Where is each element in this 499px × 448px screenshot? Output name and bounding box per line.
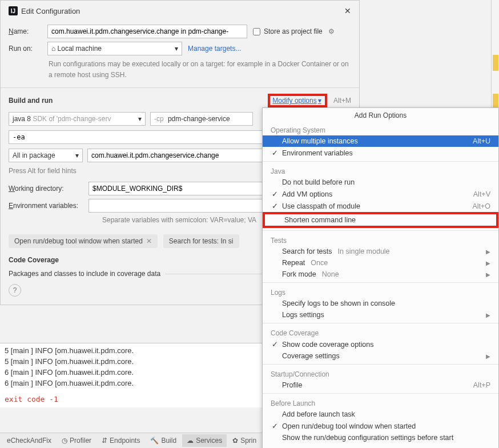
chevron-down-icon: ▾: [138, 115, 142, 123]
help-button[interactable]: ?: [9, 284, 21, 297]
runon-hint: Run configurations may be executed local…: [49, 59, 351, 81]
option-profile[interactable]: Profile Alt+P: [263, 379, 498, 391]
check-icon: ✓: [271, 149, 279, 157]
classpath-select[interactable]: -cp pdm-change-service: [150, 112, 253, 126]
option-shorten-command-line[interactable]: Shorten command line: [263, 212, 498, 228]
chevron-down-icon: ▾: [318, 97, 321, 105]
name-label: Name:: [9, 27, 42, 35]
build-and-run-title: Build and run: [9, 97, 53, 105]
working-dir-label: Working directory:: [9, 185, 83, 193]
group-os: Operating System: [263, 123, 498, 135]
gear-icon[interactable]: ⚙: [328, 27, 335, 35]
store-checkbox[interactable]: [253, 28, 260, 35]
group-java: Java: [263, 164, 498, 177]
gutter-marker: [493, 55, 498, 71]
group-before-launch: Before Launch: [263, 396, 498, 409]
intellij-icon: IJ: [9, 6, 18, 15]
chevron-down-icon: ▾: [175, 45, 178, 53]
chevron-down-icon: ▾: [75, 151, 79, 159]
chip-search-tests[interactable]: Search for tests: In si: [163, 234, 239, 248]
group-code-coverage: Code Coverage: [263, 326, 498, 338]
tab-services[interactable]: ☁Services: [182, 434, 227, 447]
option-show-code-coverage[interactable]: ✓Show code coverage options: [263, 338, 498, 350]
chevron-right-icon: ▶: [486, 312, 490, 318]
modify-options-link[interactable]: Modify options ▾: [272, 97, 321, 105]
endpoints-icon: ⇵: [102, 437, 107, 445]
option-allow-multiple-instances[interactable]: Allow multiple instances Alt+U: [263, 135, 498, 147]
popup-title: Add Run Options: [263, 108, 498, 123]
chip-remove-icon[interactable]: ✕: [146, 237, 152, 245]
option-fork-mode[interactable]: Fork modeNone ▶: [263, 269, 498, 280]
group-startup: Startup/Connection: [263, 367, 498, 379]
close-button[interactable]: ✕: [344, 6, 351, 15]
option-show-settings-before-start[interactable]: Show the run/debug configuration setting…: [263, 432, 498, 443]
tab-profiler[interactable]: ◷Profiler: [57, 434, 96, 447]
tab-spring[interactable]: ✿Sprin: [228, 434, 261, 447]
jdk-select[interactable]: java 8 SDK of 'pdm-change-serv ▾: [9, 112, 146, 126]
cc-packages-label: Packages and classes to include in cover…: [9, 270, 160, 278]
option-logs-settings[interactable]: Logs settings ▶: [263, 309, 498, 321]
tab-endpoints[interactable]: ⇵Endpoints: [97, 434, 144, 447]
option-add-before-launch[interactable]: Add before launch task: [263, 409, 498, 420]
popup-footer-hint: Allow running multiple instances of the …: [263, 443, 498, 448]
add-run-options-popup: Add Run Options Operating System Allow m…: [262, 107, 499, 448]
env-vars-label: Environment variables:: [9, 202, 83, 210]
runon-label: Run on:: [9, 45, 42, 53]
chevron-right-icon: ▶: [486, 260, 490, 266]
group-logs: Logs: [263, 285, 498, 298]
check-icon: ✓: [271, 340, 279, 349]
modify-options-shortcut: Alt+M: [333, 97, 351, 105]
build-icon: 🔨: [150, 437, 159, 445]
chevron-right-icon: ▶: [486, 249, 490, 255]
tab-build[interactable]: 🔨Build: [146, 434, 181, 447]
profiler-icon: ◷: [62, 437, 67, 445]
test-scope-select[interactable]: All in package▾: [9, 149, 83, 162]
option-add-vm-options[interactable]: ✓Add VM options Alt+V: [263, 188, 498, 200]
chip-open-tool-window[interactable]: Open run/debug tool window when started …: [9, 234, 158, 248]
group-tests: Tests: [263, 233, 498, 246]
chevron-right-icon: ▶: [486, 353, 490, 359]
runon-select[interactable]: ⌂ Local machine ▾: [47, 42, 182, 55]
option-use-classpath[interactable]: ✓Use classpath of module Alt+O: [263, 200, 498, 212]
name-input[interactable]: [47, 25, 247, 38]
spring-icon: ✿: [232, 437, 238, 445]
check-icon: ✓: [271, 190, 279, 198]
manage-targets-link[interactable]: Manage targets...: [188, 45, 241, 53]
option-do-not-build[interactable]: Do not build before run: [263, 177, 498, 188]
tab-checkandfix[interactable]: eCheckAndFix: [2, 434, 56, 447]
chevron-right-icon: ▶: [486, 271, 490, 278]
option-specify-logs[interactable]: Specify logs to be shown in console: [263, 298, 498, 309]
option-search-for-tests[interactable]: Search for testsIn single module ▶: [263, 246, 498, 257]
check-icon: ✓: [271, 202, 279, 210]
option-open-tool-window[interactable]: ✓Open run/debug tool window when started: [263, 420, 498, 432]
dialog-title: Edit Configuration: [21, 7, 80, 15]
home-icon: ⌂: [51, 45, 55, 53]
option-coverage-settings[interactable]: Coverage settings ▶: [263, 350, 498, 362]
services-icon: ☁: [187, 437, 194, 445]
check-icon: ✓: [271, 422, 279, 430]
option-repeat[interactable]: RepeatOnce ▶: [263, 257, 498, 269]
option-environment-variables[interactable]: ✓Environment variables: [263, 147, 498, 159]
store-as-project-file[interactable]: Store as project file: [253, 27, 323, 35]
